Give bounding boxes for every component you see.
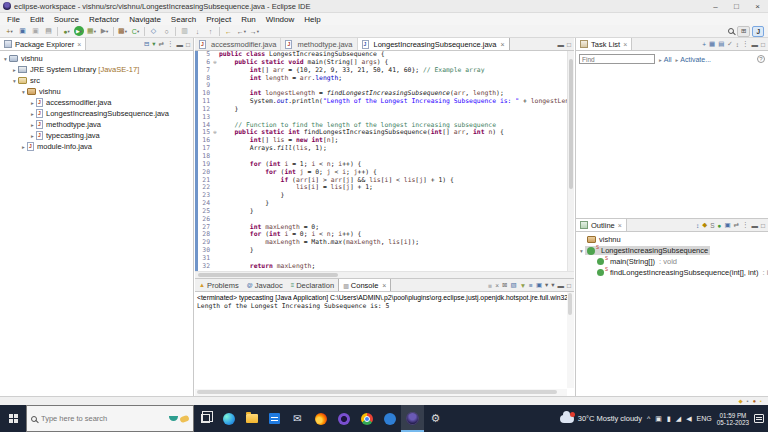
link-with-editor-icon[interactable]: ⇄ xyxy=(159,40,164,48)
menu-source[interactable]: Source xyxy=(49,15,84,24)
forward-icon[interactable]: →▾ xyxy=(249,26,260,37)
tab-task-list[interactable]: Task List × xyxy=(576,38,632,50)
tree-item-longestincreasingsubsequence-java[interactable]: ▸JLongestIncreasingSubsequence.java xyxy=(0,108,193,119)
network-icon[interactable]: ◢ xyxy=(676,415,681,423)
filter-completed-icon[interactable]: ✓ xyxy=(727,40,732,48)
view-menu-icon[interactable]: ⋮ xyxy=(167,40,174,48)
sort-icon[interactable]: ↕ xyxy=(696,222,699,229)
expand-arrow-icon[interactable]: ▸ xyxy=(11,67,18,73)
minimize-view-icon[interactable]: ▬ xyxy=(558,282,565,289)
menu-file[interactable]: File xyxy=(2,15,25,24)
tree-item-vishnu[interactable]: ▾vishnu xyxy=(0,53,193,64)
maximize-view-icon[interactable]: □ xyxy=(761,41,765,48)
hide-fields-icon[interactable]: ◆ xyxy=(702,221,707,229)
expand-arrow-icon[interactable]: ▸ xyxy=(29,111,36,117)
tree-item-vishnu[interactable]: ▾vishnu xyxy=(0,86,193,97)
task-activate-link[interactable]: Activate... xyxy=(676,56,712,63)
maximize-view-icon[interactable]: □ xyxy=(186,41,190,48)
clear-console-icon[interactable]: ▧ xyxy=(510,281,516,289)
link-with-editor-icon[interactable]: ⇄ xyxy=(734,221,739,229)
scrollbar-thumb[interactable] xyxy=(197,390,557,394)
chrome-icon[interactable] xyxy=(355,405,378,432)
collapse-all-icon[interactable]: ⊟ xyxy=(144,40,149,48)
categorized-icon[interactable]: ▦ xyxy=(709,40,715,48)
eclipse-icon[interactable] xyxy=(401,405,424,432)
outline-item-longestincreasingsubsequence[interactable]: ▾SLongestIncreasingSubsequence xyxy=(576,245,768,256)
start-button[interactable] xyxy=(0,405,26,432)
open-type-icon[interactable]: ◇ xyxy=(148,26,159,37)
minimize-button[interactable]: – xyxy=(705,0,726,12)
mail-icon[interactable]: ✉ xyxy=(286,405,309,432)
remove-launch-icon[interactable]: × xyxy=(495,282,499,289)
store-icon[interactable] xyxy=(263,405,286,432)
menu-window[interactable]: Window xyxy=(261,15,299,24)
run-icon[interactable]: ▶▾ xyxy=(74,26,84,36)
new-java-project-icon[interactable]: ▩▾ xyxy=(117,26,128,37)
taskbar-search-input[interactable] xyxy=(41,414,129,423)
last-edit-location-icon[interactable]: ← xyxy=(223,26,234,37)
debug-icon[interactable]: ●▾ xyxy=(61,26,72,37)
search-icon[interactable]: ○ xyxy=(161,26,172,37)
close-tab-icon[interactable]: × xyxy=(501,41,505,48)
previous-annotation-icon[interactable]: ↑ xyxy=(205,26,216,37)
outline-item-main-string[interactable]: Smain(String[]) : void xyxy=(576,256,768,267)
scheduled-icon[interactable]: ▤ xyxy=(718,40,724,48)
fold-collapse-icon[interactable]: ⊖ xyxy=(211,129,219,137)
console-horizontal-scrollbar[interactable] xyxy=(195,389,567,396)
task-find-input[interactable] xyxy=(579,54,655,64)
minimize-view-icon[interactable]: ▬ xyxy=(177,41,184,48)
collapse-arrow-icon[interactable]: ▾ xyxy=(20,89,27,95)
task-scope-all[interactable]: All xyxy=(659,56,672,63)
taskbar-clock[interactable]: 01:59 PM 05-12-2023 xyxy=(717,412,749,426)
menu-help[interactable]: Help xyxy=(299,15,325,24)
help-icon[interactable]: ? xyxy=(757,55,765,63)
close-view-icon[interactable]: × xyxy=(623,41,627,48)
console-output[interactable]: Length of the Longest Increasing Subsequ… xyxy=(195,302,574,310)
edge-icon[interactable] xyxy=(217,405,240,432)
tree-item-methodtype-java[interactable]: ▸Jmethodtype.java xyxy=(0,119,193,130)
new-wizard-icon[interactable]: +▾ xyxy=(4,26,15,37)
settings-icon[interactable]: ⚙ xyxy=(424,405,447,432)
minimize-editor-icon[interactable]: ▬ xyxy=(558,41,565,48)
scrollbar-thumb[interactable] xyxy=(198,273,338,277)
view-menu-icon[interactable]: ⋮ xyxy=(742,40,749,48)
toggle-mark-occurrences-icon[interactable]: ▥ xyxy=(179,26,190,37)
tab-outline[interactable]: Outline × xyxy=(576,219,627,231)
coverage-icon[interactable]: ▦▾ xyxy=(86,26,97,37)
new-java-class-icon[interactable]: C▾ xyxy=(130,26,141,37)
scrollbar-thumb[interactable] xyxy=(568,293,572,315)
close-view-icon[interactable]: × xyxy=(618,222,622,229)
editor-vertical-scrollbar[interactable] xyxy=(567,51,574,271)
collapse-arrow-icon[interactable]: ▾ xyxy=(11,78,18,84)
app-purple-icon[interactable] xyxy=(332,405,355,432)
expand-arrow-icon[interactable]: ▸ xyxy=(29,100,36,106)
scroll-lock-icon[interactable]: ▼ xyxy=(520,282,526,289)
menu-run[interactable]: Run xyxy=(236,15,261,24)
expand-arrow-icon[interactable]: ▸ xyxy=(29,122,36,128)
volume-icon[interactable]: ◀ xyxy=(686,415,691,423)
filters-icon[interactable]: ▾ xyxy=(152,40,155,48)
menu-search[interactable]: Search xyxy=(166,15,201,24)
collapse-arrow-icon[interactable]: ▾ xyxy=(2,56,9,62)
print-icon[interactable]: ▤ xyxy=(43,26,54,37)
java-perspective-icon[interactable]: J xyxy=(752,26,764,37)
console-tab-problems[interactable]: ▲Problems xyxy=(195,279,243,291)
ime-icon[interactable]: ▣ xyxy=(655,415,662,423)
editor-horizontal-scrollbar[interactable] xyxy=(195,271,574,278)
code-editor[interactable]: 5public class LongestIncreasingSubsequen… xyxy=(195,51,574,271)
pin-console-icon[interactable]: ▣ xyxy=(536,281,542,289)
save-all-icon[interactable]: ▣ xyxy=(30,26,41,37)
close-console-icon[interactable]: × xyxy=(382,282,386,289)
maximize-view-icon[interactable]: □ xyxy=(761,222,765,229)
menu-refactor[interactable]: Refactor xyxy=(84,15,124,24)
view-menu-icon[interactable]: ⋮ xyxy=(742,221,749,229)
next-annotation-icon[interactable]: ↓ xyxy=(192,26,203,37)
outline-item-vishnu[interactable]: vishnu xyxy=(576,234,768,245)
console-tab-declaration[interactable]: ≡Declaration xyxy=(287,279,338,291)
firefox-icon[interactable] xyxy=(309,405,332,432)
app-blue-icon[interactable] xyxy=(378,405,401,432)
collapse-arrow-icon[interactable]: ▾ xyxy=(578,248,585,254)
tab-package-explorer[interactable]: Package Explorer × xyxy=(0,38,86,50)
console-tab-javadoc[interactable]: @Javadoc xyxy=(243,279,287,291)
editor-tab-accessmodifier-java[interactable]: Jaccessmodifier.java xyxy=(195,38,281,50)
